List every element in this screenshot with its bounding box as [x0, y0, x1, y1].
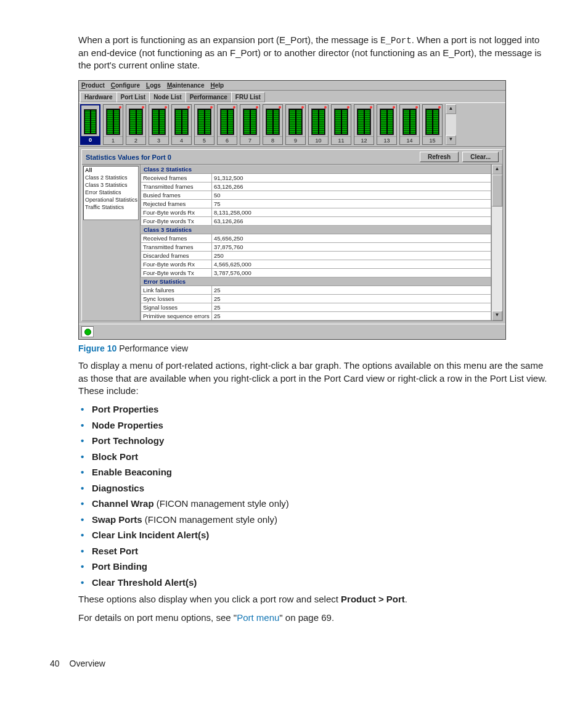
category-sidebar: AllClass 2 StatisticsClass 3 StatisticsE…	[82, 165, 141, 321]
table-row: Sync losses25	[141, 295, 491, 303]
scroll-thumb[interactable]	[492, 174, 502, 207]
port-led-icon	[142, 106, 144, 109]
category-item[interactable]: Error Statistics	[84, 189, 138, 196]
port-3[interactable]: 3	[149, 104, 169, 145]
port-led-icon	[301, 106, 304, 109]
table-row: Received frames45,656,250	[141, 234, 491, 243]
figure-caption: Figure 10 Performance view	[78, 343, 551, 353]
stat-label: Link failures	[141, 286, 212, 295]
stat-label: Busied frames	[141, 191, 212, 200]
closing-para-1: These options also display when you clic…	[78, 593, 551, 605]
stat-value: 25	[212, 286, 491, 295]
scroll-up-icon[interactable]: ▲	[446, 104, 456, 114]
tab-port-list[interactable]: Port List	[116, 92, 150, 102]
stat-label: Transmitted frames	[141, 183, 212, 191]
group-header: Class 3 Statistics	[141, 226, 491, 234]
stat-value: 25	[212, 303, 491, 312]
port-led-icon	[233, 106, 235, 109]
scroll-up-icon[interactable]: ▲	[492, 165, 502, 174]
clear-button[interactable]: Clear...	[462, 152, 499, 162]
port-menu-link[interactable]: Port menu	[237, 612, 279, 623]
port-13[interactable]: 13	[377, 104, 397, 145]
stat-value: 4,565,625,000	[212, 260, 491, 269]
status-indicator	[81, 326, 94, 337]
port-led-icon	[438, 106, 441, 109]
table-row: Four-Byte words Tx63,126,266	[141, 217, 491, 226]
scrollbar[interactable]: ▲ ▼	[491, 165, 502, 321]
table-row: Four-Byte words Rx4,565,625,000	[141, 260, 491, 269]
stat-value: 63,126,266	[212, 183, 491, 191]
stat-label: Transmitted frames	[141, 243, 212, 252]
port-9[interactable]: 9	[285, 104, 306, 145]
scroll-down-icon[interactable]: ▼	[492, 311, 502, 321]
category-item[interactable]: Class 2 Statistics	[84, 174, 138, 181]
port-menu-list: Port PropertiesNode PropertiesPort Techn…	[78, 403, 551, 588]
category-item[interactable]: Traffic Statistics	[84, 203, 138, 211]
statistics-table: Class 2 StatisticsReceived frames91,312,…	[141, 165, 491, 321]
led-green-icon	[84, 329, 91, 335]
menu-item[interactable]: Maintenance	[167, 82, 205, 89]
port-led-icon	[256, 106, 258, 109]
port-11[interactable]: 11	[331, 104, 351, 145]
port-5[interactable]: 5	[194, 104, 214, 145]
table-row: Signal losses25	[141, 303, 491, 312]
stat-value: 250	[212, 252, 491, 260]
stat-label: Four-Byte words Rx	[141, 208, 212, 217]
status-bar	[79, 324, 505, 339]
list-item: Node Properties	[78, 419, 551, 432]
scroll-down-icon[interactable]: ▼	[446, 135, 456, 145]
port-8[interactable]: 8	[263, 104, 283, 145]
port-led-icon	[347, 106, 349, 109]
table-row: Received frames91,312,500	[141, 174, 491, 183]
tab-node-list[interactable]: Node List	[149, 92, 186, 102]
port-14[interactable]: 14	[399, 104, 420, 145]
port-1[interactable]: 1	[103, 104, 123, 145]
port-10[interactable]: 10	[308, 104, 329, 145]
port-4[interactable]: 4	[171, 104, 192, 145]
category-item[interactable]: Class 3 Statistics	[84, 181, 138, 189]
category-item[interactable]: All	[84, 166, 138, 174]
tab-performance[interactable]: Performance	[186, 92, 232, 102]
list-item: Swap Ports (FICON management style only)	[78, 514, 551, 526]
port-12[interactable]: 12	[354, 104, 374, 145]
menu-item[interactable]: Logs	[146, 82, 161, 89]
list-item: Diagnostics	[78, 482, 551, 495]
table-row: Transmitted frames37,875,760	[141, 243, 491, 252]
stat-value: 45,656,250	[212, 234, 491, 243]
port-led-icon	[370, 106, 372, 109]
stat-value: 63,126,266	[212, 217, 491, 226]
menubar: ProductConfigureLogsMaintenanceHelp	[79, 81, 505, 91]
intro-paragraph: When a port is functioning as an expansi…	[78, 34, 551, 72]
menu-item[interactable]: Help	[211, 82, 224, 89]
group-header: Error Statistics	[141, 277, 491, 286]
tab-hardware[interactable]: Hardware	[80, 92, 117, 102]
table-row: Link failures25	[141, 286, 491, 295]
port-6[interactable]: 6	[217, 104, 237, 145]
port-0[interactable]: 0	[80, 104, 100, 145]
port-scrollbar[interactable]: ▲▼	[445, 104, 456, 145]
stat-label: Rejected frames	[141, 200, 212, 208]
list-item: Channel Wrap (FICON management style onl…	[78, 498, 551, 510]
paragraph-after-figure: To display a menu of port-related action…	[78, 359, 551, 397]
menu-item[interactable]: Configure	[111, 82, 140, 89]
list-item: Clear Link Incident Alert(s)	[78, 529, 551, 541]
table-row: Transmitted frames63,126,266	[141, 183, 491, 191]
tab-fru-list[interactable]: FRU List	[231, 92, 265, 102]
table-row: Discarded frames250	[141, 252, 491, 260]
port-7[interactable]: 7	[240, 104, 260, 145]
stat-value: 8,131,258,000	[212, 208, 491, 217]
port-led-icon	[279, 106, 281, 109]
table-row: Rejected frames75	[141, 200, 491, 208]
list-item: Port Technology	[78, 435, 551, 447]
port-led-icon	[393, 106, 395, 109]
stat-label: Primitive sequence errors	[141, 312, 212, 321]
port-15[interactable]: 15	[422, 104, 443, 145]
refresh-button[interactable]: Refresh	[420, 152, 459, 162]
category-item[interactable]: Operational Statistics	[84, 196, 138, 203]
menu-item[interactable]: Product	[81, 82, 105, 89]
category-list[interactable]: AllClass 2 StatisticsClass 3 StatisticsE…	[83, 166, 139, 220]
port-2[interactable]: 2	[126, 104, 146, 145]
list-item: Clear Threshold Alert(s)	[78, 577, 551, 589]
stat-label: Signal losses	[141, 303, 212, 312]
stat-label: Four-Byte words Tx	[141, 269, 212, 277]
